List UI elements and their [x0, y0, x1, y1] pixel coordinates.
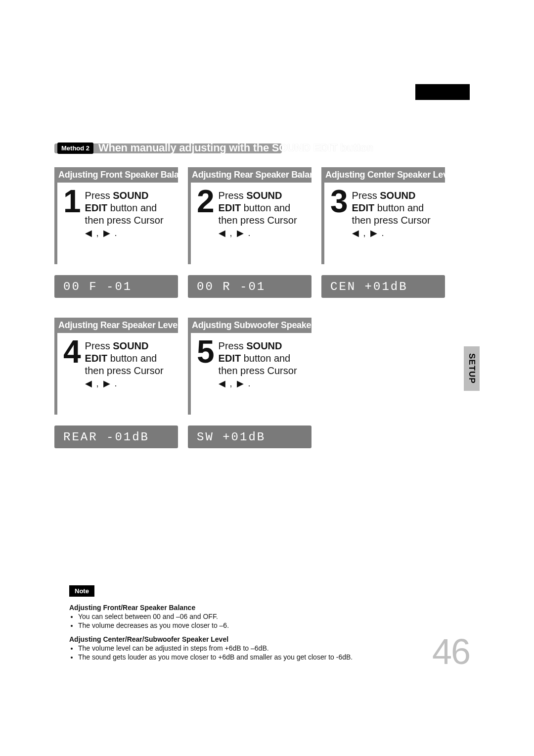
step-body: 5 Press SOUND EDIT button and then press…: [188, 333, 312, 415]
txt: then press Cursor: [85, 215, 164, 226]
txt-bold: EDIT: [219, 202, 241, 213]
side-tab-setup: SETUP: [464, 346, 480, 391]
section-marker: [415, 84, 470, 100]
txt: Press: [219, 190, 247, 201]
txt-bold: EDIT: [85, 353, 108, 364]
step-number: 3: [330, 188, 347, 216]
step-heading: Adjusting Rear Speaker Balance: [188, 167, 312, 183]
note-item: The sound gets louder as you move closer…: [78, 653, 465, 661]
txt: button and: [107, 353, 157, 364]
lcd-display: 00 R -01: [188, 275, 312, 298]
txt-bold: EDIT: [352, 202, 375, 213]
step-number: 5: [197, 338, 214, 367]
note-list-1: You can select between 00 and –06 and OF…: [69, 613, 465, 629]
lcd-display: SW +01dB: [188, 425, 312, 448]
step-3: Adjusting Center Speaker Level 3 Press S…: [321, 167, 445, 298]
cursor-arrows-icon: ◀ , ▶ .: [352, 228, 431, 239]
txt: button and: [374, 202, 424, 213]
manual-page: Method 2 When manually adjusting with th…: [0, 0, 534, 756]
step-heading: Adjusting Rear Speaker Level: [54, 318, 178, 333]
lcd-display: REAR -01dB: [54, 425, 178, 448]
txt-bold: SOUND: [246, 190, 282, 201]
txt-bold: SOUND: [113, 190, 148, 201]
method-title: When manually adjusting with the SOUND E…: [98, 142, 373, 154]
txt: button and: [241, 353, 290, 364]
note-item: You can select between 00 and –06 and OF…: [78, 613, 465, 620]
note-pill: Note: [69, 585, 94, 597]
txt: Press: [85, 190, 113, 201]
txt: then press Cursor: [219, 215, 297, 226]
txt-bold: EDIT: [219, 353, 241, 364]
note-heading-1: Adjusting Front/Rear Speaker Balance: [69, 604, 465, 612]
note-heading-2: Adjusting Center/Rear/Subwoofer Speaker …: [69, 635, 465, 643]
txt: button and: [241, 202, 290, 213]
step-instruction: Press SOUND EDIT button and then press C…: [352, 188, 431, 239]
step-2: Adjusting Rear Speaker Balance 2 Press S…: [188, 167, 312, 298]
txt-bold: SOUND: [246, 340, 282, 351]
txt: then press Cursor: [85, 365, 164, 376]
step-instruction: Press SOUND EDIT button and then press C…: [85, 338, 164, 389]
step-instruction: Press SOUND EDIT button and then press C…: [85, 188, 164, 239]
txt: then press Cursor: [219, 365, 297, 376]
step-heading: Adjusting Subwoofer Speaker Level: [188, 318, 312, 333]
steps-grid: Adjusting Front Speaker Balance 1 Press …: [54, 167, 470, 448]
cursor-arrows-icon: ◀ , ▶ .: [219, 228, 297, 239]
step-instruction: Press SOUND EDIT button and then press C…: [219, 338, 297, 389]
step-number: 2: [197, 188, 214, 216]
txt: Press: [219, 340, 247, 351]
step-heading: Adjusting Front Speaker Balance: [54, 167, 178, 183]
step-body: 2 Press SOUND EDIT button and then press…: [188, 183, 312, 264]
step-number: 4: [63, 338, 80, 367]
notes-block: Note Adjusting Front/Rear Speaker Balanc…: [69, 585, 465, 667]
lcd-display: CEN +01dB: [321, 275, 445, 298]
txt: Press: [352, 190, 380, 201]
lcd-display: 00 F -01: [54, 275, 178, 298]
step-body: 4 Press SOUND EDIT button and then press…: [54, 333, 178, 415]
step-instruction: Press SOUND EDIT button and then press C…: [219, 188, 297, 239]
cursor-arrows-icon: ◀ , ▶ .: [85, 228, 164, 239]
method-header: Method 2 When manually adjusting with th…: [54, 139, 470, 158]
page-content: Method 2 When manually adjusting with th…: [54, 139, 470, 448]
note-list-2: The volume level can be adjusted in step…: [69, 644, 465, 661]
txt-bold: SOUND: [380, 190, 415, 201]
step-4: Adjusting Rear Speaker Level 4 Press SOU…: [54, 318, 178, 448]
cursor-arrows-icon: ◀ , ▶ .: [219, 378, 297, 389]
step-number: 1: [63, 188, 80, 216]
cursor-arrows-icon: ◀ , ▶ .: [85, 378, 164, 389]
step-heading: Adjusting Center Speaker Level: [321, 167, 445, 183]
step-body: 3 Press SOUND EDIT button and then press…: [321, 183, 445, 264]
txt: Press: [85, 340, 113, 351]
note-item: The volume level can be adjusted in step…: [78, 644, 465, 652]
page-number: 46: [432, 631, 470, 672]
txt-bold: EDIT: [85, 202, 108, 213]
step-5: Adjusting Subwoofer Speaker Level 5 Pres…: [188, 318, 312, 448]
txt: button and: [107, 202, 157, 213]
step-1: Adjusting Front Speaker Balance 1 Press …: [54, 167, 178, 298]
note-item: The volume decreases as you move closer …: [78, 621, 465, 629]
txt-bold: SOUND: [113, 340, 148, 351]
method-pill: Method 2: [57, 142, 93, 154]
step-body: 1 Press SOUND EDIT button and then press…: [54, 183, 178, 264]
txt: then press Cursor: [352, 215, 431, 226]
